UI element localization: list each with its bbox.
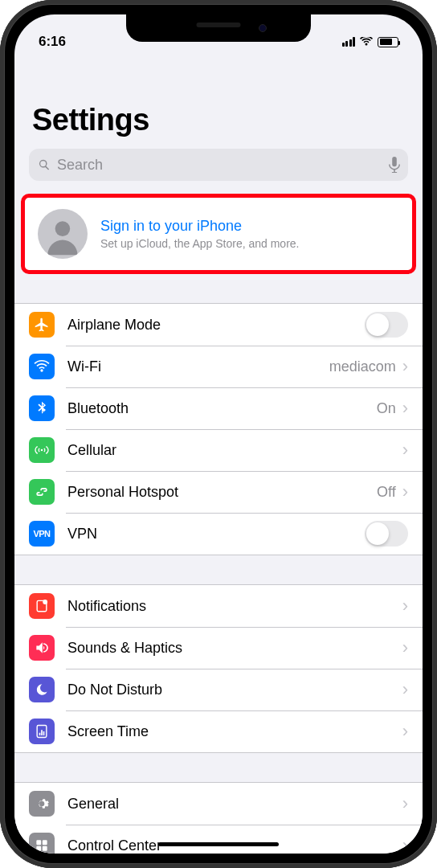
signin-section: Sign in to your iPhone Set up iCloud, th… — [21, 194, 416, 274]
search-placeholder: Search — [57, 157, 383, 174]
screen: 6:16 Settings Search — [14, 14, 423, 854]
row-sounds[interactable]: Sounds & Haptics › — [14, 627, 423, 669]
wifi-settings-icon — [29, 354, 55, 379]
chevron-right-icon: › — [402, 679, 408, 700]
vpn-toggle[interactable] — [365, 521, 408, 547]
svg-rect-7 — [43, 846, 47, 851]
signin-title: Sign in to your iPhone — [100, 218, 300, 235]
status-time: 6:16 — [39, 34, 66, 50]
svg-rect-5 — [43, 840, 47, 845]
hotspot-label: Personal Hotspot — [67, 484, 377, 501]
row-general[interactable]: General › — [14, 783, 423, 825]
vpn-label: VPN — [67, 526, 365, 542]
airplane-icon — [29, 312, 55, 338]
row-controlcenter[interactable]: Control Center › — [14, 825, 423, 854]
controlcenter-icon — [29, 833, 55, 854]
chevron-right-icon: › — [402, 356, 408, 377]
settings-group-network: Airplane Mode Wi-Fi mediacom › Bluetooth — [14, 303, 423, 555]
header: Settings — [14, 55, 423, 141]
wifi-icon — [360, 37, 373, 47]
chevron-right-icon: › — [402, 481, 408, 502]
row-wifi[interactable]: Wi-Fi mediacom › — [14, 346, 423, 387]
search-icon — [37, 158, 51, 172]
home-indicator[interactable] — [158, 842, 279, 846]
notch — [126, 14, 311, 42]
general-icon — [29, 791, 55, 817]
bluetooth-icon — [29, 395, 55, 421]
chevron-right-icon: › — [402, 440, 408, 461]
row-airplane-mode[interactable]: Airplane Mode — [14, 304, 423, 346]
general-label: General — [67, 796, 402, 813]
avatar-icon — [38, 209, 88, 259]
screentime-label: Screen Time — [67, 723, 402, 740]
cellular-label: Cellular — [67, 442, 402, 459]
airplane-toggle[interactable] — [365, 312, 408, 338]
battery-icon — [378, 37, 398, 47]
row-cellular[interactable]: Cellular › — [14, 429, 423, 471]
row-hotspot[interactable]: Personal Hotspot Off › — [14, 471, 423, 513]
page-title: Settings — [32, 103, 405, 137]
bluetooth-label: Bluetooth — [67, 400, 377, 417]
wifi-label: Wi-Fi — [67, 358, 329, 375]
row-dnd[interactable]: Do Not Disturb › — [14, 669, 423, 710]
chevron-right-icon: › — [402, 793, 408, 814]
cellular-signal-icon — [342, 37, 356, 47]
svg-point-0 — [55, 222, 71, 237]
wifi-value: mediacom — [329, 358, 396, 375]
chevron-right-icon: › — [402, 721, 408, 742]
vpn-icon: VPN — [29, 521, 55, 547]
notifications-icon — [29, 593, 55, 619]
svg-rect-4 — [36, 840, 41, 845]
content-area[interactable]: Settings Search — [14, 55, 423, 854]
chevron-right-icon: › — [402, 637, 408, 658]
airplane-label: Airplane Mode — [67, 317, 365, 334]
notifications-label: Notifications — [67, 598, 402, 615]
row-vpn[interactable]: VPN VPN — [14, 513, 423, 555]
svg-rect-6 — [36, 846, 41, 851]
phone-frame: 6:16 Settings Search — [0, 0, 437, 868]
row-notifications[interactable]: Notifications › — [14, 585, 423, 627]
signin-button[interactable]: Sign in to your iPhone Set up iCloud, th… — [21, 194, 416, 274]
bluetooth-value: On — [377, 400, 396, 417]
settings-group-alerts: Notifications › Sounds & Haptics › Do No… — [14, 584, 423, 753]
cellular-icon — [29, 437, 55, 463]
dnd-label: Do Not Disturb — [67, 682, 402, 698]
chevron-right-icon: › — [402, 596, 408, 616]
svg-point-2 — [43, 600, 47, 604]
row-screentime[interactable]: Screen Time › — [14, 710, 423, 752]
chevron-right-icon: › — [402, 398, 408, 419]
chevron-right-icon: › — [402, 835, 408, 854]
dnd-icon — [29, 677, 55, 702]
signin-subtitle: Set up iCloud, the App Store, and more. — [100, 237, 300, 250]
hotspot-value: Off — [377, 484, 396, 501]
microphone-icon[interactable] — [389, 157, 400, 173]
status-indicators — [342, 37, 399, 47]
search-input[interactable]: Search — [29, 149, 408, 181]
screentime-icon — [29, 719, 55, 744]
sounds-icon — [29, 635, 55, 661]
hotspot-icon — [29, 479, 55, 505]
sounds-label: Sounds & Haptics — [67, 640, 402, 657]
row-bluetooth[interactable]: Bluetooth On › — [14, 387, 423, 429]
